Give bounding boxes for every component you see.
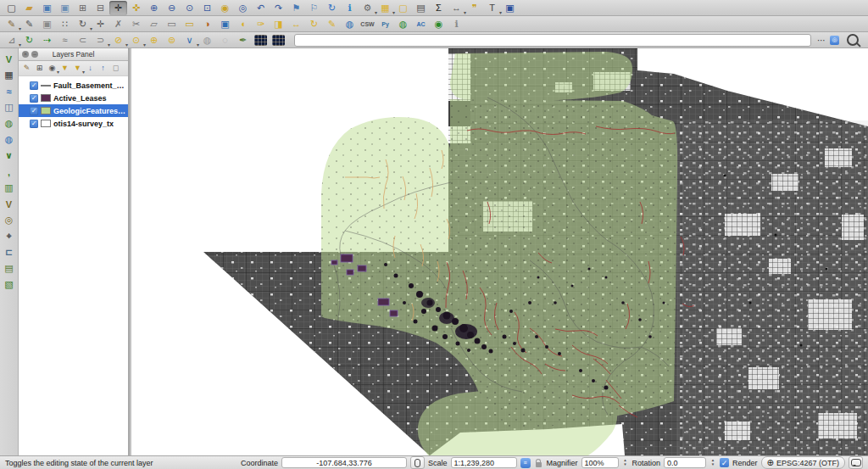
map-composer-tool[interactable]: ▤ [1,260,18,276]
zoom-next[interactable]: ↷ [270,1,287,15]
node-tool[interactable]: ∷ [56,17,74,31]
tile-layer-a[interactable] [254,35,267,46]
geocoding-plugin[interactable]: ◉ [430,17,448,31]
map-tips[interactable]: ❞ [465,1,483,15]
new-print-composer[interactable]: ⊞ [74,1,92,15]
pin-labels[interactable]: ✑ [252,17,270,31]
reshape-features[interactable]: ⊃ [92,33,109,47]
run-feature-action[interactable]: ⚙ [359,1,376,15]
rotation-input[interactable]: 0.0 [664,457,706,468]
coordinate-capture-button[interactable] [410,456,425,469]
python-console[interactable]: Py [376,17,394,31]
statistics-panel[interactable]: Σ [430,1,448,15]
open-attribute-table[interactable]: ▤ [412,1,430,15]
add-raster-layer[interactable]: ▦ [1,67,18,83]
csw-catalog[interactable]: CSW [359,17,376,31]
add-postgis-layer[interactable]: ◫ [1,99,18,115]
scale-input[interactable]: 1:1,239,280 [451,457,517,468]
save-layer-edits[interactable]: ▣ [38,17,56,31]
open-layer-styling-dock[interactable]: ✎ [20,63,33,75]
add-virtual-layer[interactable]: ▥ [1,180,18,196]
help-contents[interactable]: ▣ [501,1,519,15]
otis14-survey_tx[interactable]: ✓ otis14-survey_tx [19,117,128,130]
move-label[interactable]: ↔ [287,17,305,31]
delete-selected[interactable]: ✗ [109,17,127,31]
remove-layer[interactable]: ◻ [109,63,122,75]
layers-panel-titlebar[interactable]: × – Layers Panel [19,48,128,61]
new-project[interactable]: ▢ [3,1,20,15]
refresh-map[interactable]: ↻ [323,1,341,15]
show-hide-labels[interactable]: ◨ [270,17,287,31]
new-map-view[interactable]: ▣ [216,17,234,31]
add-delimited-text-layer[interactable]: ≈ [1,83,18,99]
tile-layer-b[interactable] [272,35,285,46]
add-delimited-layer[interactable]: , [1,164,18,180]
save-project-as[interactable]: ▣ [56,1,74,15]
place-search-input[interactable] [294,34,811,47]
merge-features[interactable]: ⊕ [145,33,163,47]
zoom-native[interactable]: ⊙ [181,1,198,15]
add-oracle-layer[interactable]: ∨ [1,148,18,164]
search-options-button[interactable]: ⋯ [817,36,826,45]
advanced-digitizing-tools[interactable]: ⊿ [3,33,20,47]
zoom-to-selection[interactable]: ◉ [216,1,234,15]
rotate-label[interactable]: ↻ [305,17,323,31]
pan-to-selection[interactable]: ✜ [127,1,145,15]
crs-button[interactable]: ⊕ EPSG:4267 (OTF) [761,456,845,469]
expand-all[interactable]: ↓ [84,63,97,75]
Active_Leases[interactable]: ✓ Active_Leases [19,92,128,104]
open-project[interactable]: ▰ [20,1,38,15]
zoom-in[interactable]: ⊕ [145,1,163,15]
change-label[interactable]: ✎ [323,17,341,31]
magnifier-input[interactable]: 100% [581,457,619,468]
layer-visibility-checkbox[interactable]: ✓ [30,81,38,90]
filter-legend-expression[interactable]: ▼ [71,63,84,75]
fill-ring[interactable]: ◍ [198,33,216,47]
rotation-stepper[interactable] [709,459,716,466]
panel-close-button[interactable]: × [22,51,29,58]
metasearch-catalog[interactable]: ◍ [341,17,359,31]
cad-construction[interactable]: ∨ [181,33,198,47]
scale-dropdown-button[interactable]: ≡ [520,458,531,468]
render-checkbox[interactable]: ✓ [720,458,729,467]
show-bookmarks[interactable]: ⚐ [305,1,323,15]
layer-visibility-checkbox[interactable]: ✓ [30,120,38,128]
labeling-options[interactable]: ▭ [181,17,198,31]
layer-stack-tool[interactable]: ▧ [1,276,18,293]
measure[interactable]: ↔ [448,1,465,15]
plugin-info[interactable]: ℹ [448,17,465,31]
rotate-feature[interactable]: ↻ [74,17,92,31]
messages-button[interactable] [849,456,863,469]
identify-features[interactable]: ℹ [341,1,359,15]
annotation-pen[interactable]: ✒ [234,33,252,47]
split-parts[interactable]: ⊙ [127,33,145,47]
GeologicFeatures_Permia...[interactable]: ✓ GeologicFeatures_Permia... [19,104,128,117]
current-edits[interactable]: ✎ [3,17,20,31]
magnifier-stepper[interactable] [622,459,629,466]
composer-manager[interactable]: ⊟ [92,1,109,15]
layer-visibility-checkbox[interactable]: ✓ [30,94,38,103]
zoom-out[interactable]: ⊖ [163,1,181,15]
highlight-pinned-labels[interactable]: ◖ [234,17,252,31]
web-globe[interactable]: ◍ [394,17,412,31]
autocomplete-plugin[interactable]: AC [412,17,430,31]
merge-feature-attributes[interactable]: ⊜ [163,33,181,47]
move-feature[interactable]: ✛ [92,17,109,31]
map-crosshair-tool[interactable]: ⌖ [1,228,18,244]
lock-scale-icon[interactable] [536,462,542,467]
georeferencer-tool[interactable]: ⊏ [1,244,18,260]
new-shapefile-layer[interactable]: V [1,196,18,212]
delete-ring[interactable]: ◌ [216,33,234,47]
new-spatialite-layer[interactable]: ◎ [1,212,18,228]
collapse-all[interactable]: ↑ [97,63,109,75]
add-spatialite-layer[interactable]: ◍ [1,115,18,131]
zoom-full[interactable]: ⊡ [198,1,216,15]
add-vector-layer[interactable]: V [1,51,18,67]
add-mssql-layer[interactable]: ◍ [1,131,18,148]
save-project[interactable]: ▣ [38,1,56,15]
search-magnifier-icon[interactable] [847,34,859,46]
filter-legend[interactable]: ▼ [58,63,71,75]
layer-visibility-checkbox[interactable]: ✓ [30,107,38,115]
manage-map-themes[interactable]: ◉ [46,63,58,75]
select-features[interactable]: ▦ [376,1,394,15]
